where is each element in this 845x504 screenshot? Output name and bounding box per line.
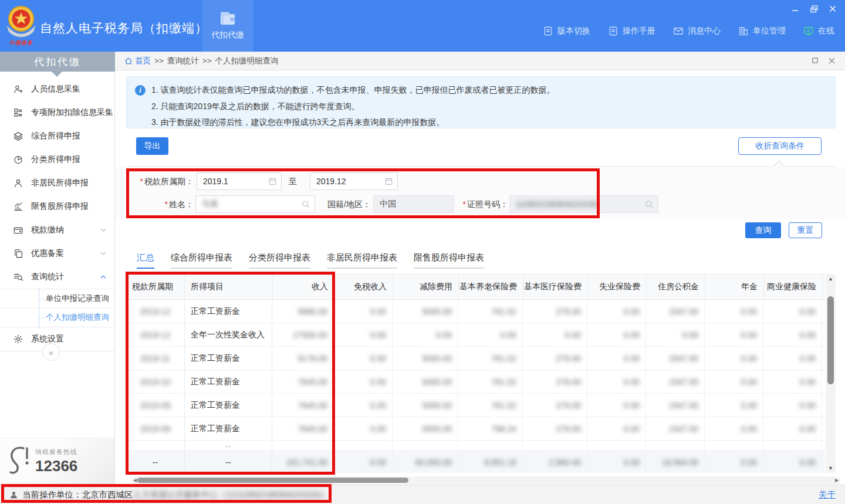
id-number-label: *证照号码：	[459, 199, 508, 210]
cell-value: 0	[822, 300, 825, 323]
cell-value: 0.00	[763, 394, 822, 417]
collapse-query-button[interactable]: 收折查询条件	[738, 137, 822, 155]
column-header-3: 免税收入	[334, 275, 393, 300]
id-number-input[interactable]: 110502199304223193	[509, 195, 658, 213]
scroll-down-arrow[interactable]: ▼	[826, 464, 836, 473]
scroll-up-arrow[interactable]: ▲	[826, 274, 836, 283]
minimize-button[interactable]	[787, 2, 803, 15]
period-to-input[interactable]: 2019.12	[310, 172, 398, 190]
tab-4[interactable]: 限售股所得申报表	[414, 252, 484, 269]
sidebar-subitem-personal-withholding-detail-query[interactable]: 个人扣缴明细查询	[0, 308, 115, 327]
cell-value: 279.00	[523, 394, 587, 417]
sidebar-item-nonresident-income-declare[interactable]: 非居民所得申报	[0, 171, 115, 195]
export-button[interactable]: 导出	[136, 137, 168, 155]
sidebar-item-comprehensive-income-declare[interactable]: 综合所得申报	[0, 124, 115, 148]
totals-item: --	[184, 451, 272, 473]
person-add-icon	[13, 84, 23, 94]
cell-value: 0.00	[587, 370, 646, 394]
calendar-icon[interactable]	[384, 177, 393, 186]
building-icon	[738, 26, 749, 36]
search-icon[interactable]	[644, 199, 654, 209]
sidebar-item-preference-filing[interactable]: 优惠备案	[0, 242, 115, 265]
scroll-right-arrow[interactable]: ▶	[833, 476, 840, 484]
table-row: 2019-11正常工资薪金9178.000.005000.00761.52279…	[126, 347, 825, 370]
cell-value: 279.00	[523, 347, 587, 370]
horizontal-scrollbar[interactable]: ◀ ▶	[131, 476, 840, 484]
sidebar-subitem-unit-declare-record-query[interactable]: 单位申报记录查询	[0, 289, 115, 308]
tax-emblem-logo: 中国税务	[5, 4, 38, 47]
panel-close-icon[interactable]	[827, 56, 836, 65]
sidebar-item-classified-income-declare[interactable]: 分类所得申报	[0, 148, 115, 171]
sidebar-item-tax-payment[interactable]: 税款缴纳	[0, 218, 115, 242]
list-icon	[13, 107, 23, 118]
chevron-down-icon	[100, 226, 107, 234]
calendar-icon[interactable]	[268, 177, 277, 186]
nationality-input: 中国	[373, 195, 454, 213]
search-icon[interactable]	[301, 199, 310, 209]
header-menu-unit-management[interactable]: 单位管理	[738, 26, 786, 36]
chevron-down-icon	[100, 250, 107, 257]
sidebar-item-special-deduction-collection[interactable]: 专项附加扣除信息采集	[0, 101, 115, 124]
sidebar-item-query-statistics[interactable]: 查询统计	[0, 265, 115, 289]
cell-value: 0.00	[587, 394, 646, 417]
cell-value: 0.00	[458, 323, 523, 347]
notice-line: 1. 该查询统计表仅能查询已申报成功的数据，不包含未申报、申报失败，已申报但已作…	[151, 85, 555, 96]
mail-icon	[673, 26, 684, 36]
close-button[interactable]	[825, 2, 840, 15]
sidebar-item-personnel-info-collection[interactable]: 人员信息采集	[0, 77, 115, 101]
wallet-icon	[13, 225, 23, 235]
table-cell	[393, 441, 458, 451]
cell-value: 0.00	[334, 347, 393, 370]
cell-value: 0.00	[393, 323, 458, 347]
breadcrumb-home-link[interactable]: 首页	[124, 56, 151, 66]
header-menu-online-status[interactable]: 在线	[803, 26, 834, 36]
query-button[interactable]: 查询	[745, 222, 781, 238]
cell-value: 0.00	[705, 417, 763, 441]
monitor-check-icon	[803, 26, 814, 36]
horizontal-scroll-thumb[interactable]	[137, 478, 408, 483]
header-menu-operation-manual[interactable]: 操作手册	[608, 26, 655, 36]
cell-value: 0.00	[763, 417, 822, 441]
sidebar-collapse-button[interactable]: «	[42, 343, 60, 361]
cell-value: 7645.00	[272, 370, 334, 394]
top-tab-withholding[interactable]: 代扣代缴	[202, 0, 253, 52]
layers-icon	[13, 131, 23, 141]
panel-maximize-icon[interactable]	[811, 56, 819, 65]
tab-1[interactable]: 综合所得申报表	[171, 252, 232, 269]
vertical-scroll-thumb[interactable]	[827, 296, 834, 384]
header-menu-version-switch[interactable]: 版本切换	[543, 26, 590, 36]
table-cell	[763, 441, 822, 451]
tab-0[interactable]: 汇总	[137, 252, 154, 269]
tab-3[interactable]: 非居民所得申报表	[327, 252, 397, 269]
cell-value: 0	[822, 417, 825, 441]
name-input[interactable]: 马某	[195, 195, 315, 213]
cell-value: 9985.00	[272, 300, 334, 323]
sidebar-item-restricted-stock-declare[interactable]: 限售股所得申报	[0, 195, 115, 218]
cell-income-item: 正常工资薪金	[184, 300, 272, 323]
notice-line: 2. 只能查询2019年及之后的数据，不能进行跨年度查询。	[151, 102, 360, 112]
hotline-headset-icon	[6, 445, 33, 476]
tab-2[interactable]: 分类所得申报表	[249, 252, 310, 269]
reset-button[interactable]: 重置	[789, 222, 822, 238]
cell-value: 0.00	[587, 347, 646, 370]
hotline-block: 纳税服务热线 12366	[0, 438, 114, 485]
period-to-separator: 至	[289, 177, 297, 187]
totals-value: 0.00	[334, 451, 393, 473]
cell-period: 2019-11	[126, 347, 185, 370]
user-icon	[9, 491, 18, 499]
vertical-scrollbar[interactable]: ▲ ▼	[826, 274, 836, 473]
totals-value: 2,960.40	[523, 451, 587, 473]
cell-value: 0.00	[587, 300, 646, 323]
cell-value: 279.00	[523, 417, 587, 441]
breadcrumb-item-query-stats: 查询统计	[167, 56, 199, 66]
column-header-7: 失业保险费	[588, 275, 647, 300]
about-link[interactable]: 关于	[819, 489, 836, 500]
period-from-input[interactable]: 2019.1	[197, 172, 282, 190]
app-title: 自然人电子税务局（扣缴端）	[40, 20, 208, 36]
cell-value: 798.24	[458, 417, 523, 441]
column-header-6: 基本医疗保险费	[523, 275, 588, 300]
header-menu-message-center[interactable]: 消息中心	[673, 26, 721, 36]
cell-value: 0.00	[705, 394, 763, 417]
cell-value: 0.00	[646, 323, 705, 347]
restore-button[interactable]	[806, 2, 822, 15]
